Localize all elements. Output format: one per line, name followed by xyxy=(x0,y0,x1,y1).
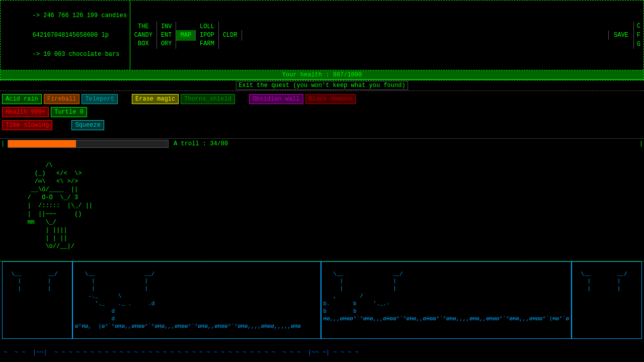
skill-time-slowing[interactable]: Time slowing xyxy=(2,120,52,130)
skill-black-demons[interactable]: Black demons xyxy=(305,94,356,104)
water-line1: ~ ~ ~ |~~| ~ ~ ~ ~ ~ ~ ~ ~ ~ ~ ~ ~ ~ ~ ~… xyxy=(0,349,359,356)
skill-turtle[interactable]: Turtle 0 xyxy=(51,107,87,117)
skill-thorns-shield[interactable]: Thorns_shield xyxy=(181,94,235,104)
tab-candy-box[interactable]: THECANDYBOX xyxy=(130,22,157,49)
pipe-right: | xyxy=(638,140,644,147)
skills-row-2: Health 999+ Turtle 0 xyxy=(2,107,642,117)
bottom-area: \__ __/ | | | | \__ __/ | | | | -._ \ '.… xyxy=(0,261,644,362)
lp-count: 642167048145658600 lp xyxy=(33,32,109,39)
water-area: ~ ~ ~ |~~| ~ ~ ~ ~ ~ ~ ~ ~ ~ ~ ~ ~ ~ ~ ~… xyxy=(0,339,644,362)
chocolate-count: 10 003 chocolate bars xyxy=(43,51,119,58)
bridge-right: \__ __/ | | | | xyxy=(572,261,642,339)
combat-label: A troll : 34/80 xyxy=(171,140,228,147)
ascii-art-area: /\ (_) </< \> /∞\ <\ >/> __\ö/____ || / … xyxy=(0,151,644,260)
health-label: Your health : 987/1000 xyxy=(282,71,362,78)
bridge-center-right: \__ __/ | | | | , / b. b '._.- b b Hø,,,… xyxy=(321,261,572,339)
skills-area: Acid rain Fireball Teleport Erase magic … xyxy=(0,91,644,136)
save-right: CFG xyxy=(633,22,643,49)
combat-bar-fill xyxy=(8,140,76,147)
combat-area: | A troll : 34/80 | xyxy=(0,138,644,149)
skill-teleport[interactable]: Teleport xyxy=(82,94,118,104)
bridge-center-right-art: \__ __/ | | | | , / b. b '._.- b b Hø,,,… xyxy=(324,271,569,322)
arrow-label: -> xyxy=(33,12,44,19)
skill-acid-rain[interactable]: Acid rain xyxy=(2,94,42,104)
skill-squeeze[interactable]: Squeeze xyxy=(71,120,104,130)
ascii-troll: /\ (_) </< \> /∞\ <\ >/> __\ö/____ || / … xyxy=(2,162,93,250)
skill-erase-magic[interactable]: Erase magic xyxy=(132,94,179,104)
exit-quest-row: Exit the quest (you won't keep what you … xyxy=(0,80,644,91)
bridge-scene: \__ __/ | | | | \__ __/ | | | | -._ \ '.… xyxy=(0,261,644,339)
top-bar: -> 246 766 126 199 candies 6421670481456… xyxy=(0,0,644,80)
candies-count: 246 766 126 199 candies xyxy=(43,12,127,19)
bridge-left: \__ __/ | | | | xyxy=(2,261,72,339)
tab-inventory[interactable]: INVENTORY xyxy=(157,22,177,49)
tab-map[interactable]: MAP xyxy=(176,30,196,41)
bridge-center-left-art: \__ __/ | | | | -._ \ '._ ._ . .d d d ø°… xyxy=(75,271,301,329)
arrow-label2: -> xyxy=(33,51,44,58)
skills-row-3: Time slowing Squeeze xyxy=(2,120,642,130)
save-button[interactable]: SAVE xyxy=(608,31,633,40)
skill-fireball[interactable]: Fireball xyxy=(44,94,80,104)
nav-tabs: THECANDYBOX INVENTORY MAP LOLLIPOPFARM C… xyxy=(130,1,643,70)
bridge-center-left: \__ __/ | | | | -._ \ '._ ._ . .d d d ø°… xyxy=(72,261,321,339)
bridge-right-art: \__ __/ | | | | xyxy=(574,271,627,292)
tab-lollipop[interactable]: LOLLIPOPFARM xyxy=(196,22,219,49)
skill-obsidian-wall[interactable]: Obsidian wall xyxy=(249,94,303,104)
skill-health[interactable]: Health 999+ xyxy=(2,107,49,117)
combat-bar xyxy=(8,140,169,148)
stats-panel: -> 246 766 126 199 candies 6421670481456… xyxy=(1,1,130,70)
screen: -> 246 766 126 199 candies 6421670481456… xyxy=(0,0,644,362)
bridge-left-art: \__ __/ | | | | xyxy=(5,271,58,292)
exit-quest-label[interactable]: Exit the quest (you won't keep what you … xyxy=(236,81,408,90)
pipe-left: | xyxy=(0,140,6,147)
tab-calendar[interactable]: CLDR xyxy=(219,30,242,41)
health-bar-row: Your health : 987/1000 xyxy=(1,70,643,80)
nav-row: -> 246 766 126 199 candies 6421670481456… xyxy=(1,1,643,70)
skills-row-1: Acid rain Fireball Teleport Erase magic … xyxy=(2,94,642,104)
